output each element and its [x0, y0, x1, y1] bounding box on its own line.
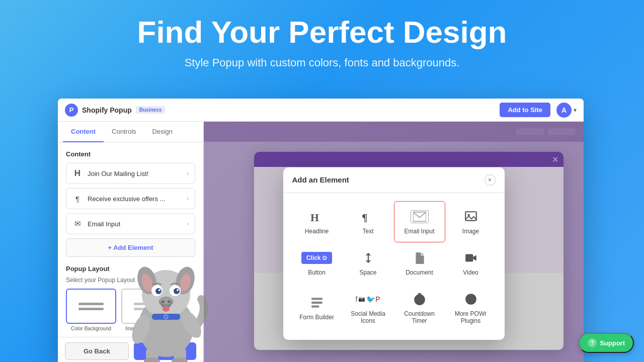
svg-point-20 [158, 289, 160, 291]
email-input-icon [411, 209, 429, 225]
modal-item-email-input[interactable]: Email Input [394, 201, 445, 242]
svg-point-25 [168, 301, 171, 303]
svg-point-9 [470, 301, 471, 302]
list-item[interactable]: ¶ Receive exclusive offers ... › [66, 188, 195, 209]
svg-text:H: H [310, 211, 319, 223]
hero-title: Find Your Perfect Design [10, 15, 634, 49]
more-powr-icon [464, 291, 477, 307]
add-element-modal: Add an Element × H Headline [283, 167, 505, 340]
svg-rect-4 [311, 298, 323, 300]
headline-icon: H [72, 168, 83, 178]
headline-icon: H [310, 209, 324, 225]
tab-bar: Content Controls Design [58, 122, 203, 142]
go-back-button[interactable]: Go Back [65, 342, 129, 360]
space-label: Space [359, 269, 376, 276]
form-builder-icon [310, 295, 324, 311]
modal-item-space[interactable]: Space [343, 242, 394, 284]
svg-rect-6 [311, 305, 319, 307]
modal-item-button[interactable]: Click ⊙ Button [291, 242, 343, 284]
account-chevron-icon[interactable]: ▾ [574, 107, 577, 114]
modal-item-headline[interactable]: H Headline [291, 201, 343, 242]
space-icon [362, 250, 375, 266]
svg-rect-5 [311, 301, 323, 303]
dog-mascot [121, 251, 211, 362]
hero-section: Find Your Perfect Design Style Popup wit… [0, 0, 644, 79]
svg-text:¶: ¶ [362, 211, 368, 223]
item-chevron-icon: › [187, 170, 189, 177]
layout-col-1: Color Background [66, 289, 116, 331]
app-title: Shopify Popup [82, 106, 132, 114]
document-label: Document [406, 269, 433, 276]
modal-item-social-media[interactable]: f 📷 🐦 P Social Media Icons [343, 284, 394, 332]
text-label: Text [362, 228, 373, 235]
modal-header: Add an Element × [283, 167, 505, 193]
svg-rect-2 [465, 212, 476, 220]
countdown-label: Countdown Timer [398, 310, 441, 324]
headline-label: Headline [305, 228, 329, 235]
top-bar: P Shopify Popup Business Add to Site A ▾ [58, 99, 584, 122]
document-icon [413, 250, 426, 266]
list-item[interactable]: H Join Our Mailing List! › [66, 163, 195, 184]
email-input-label: Email Input [404, 228, 434, 235]
support-button[interactable]: ? Support [579, 333, 634, 353]
svg-point-21 [177, 289, 179, 291]
svg-point-26 [163, 307, 170, 312]
text-icon: ¶ [362, 209, 375, 225]
svg-point-19 [174, 288, 180, 294]
image-label: Image [462, 228, 479, 235]
button-icon: Click ⊙ [301, 250, 333, 266]
modal-item-form-builder[interactable]: Form Builder [291, 284, 343, 332]
item-chevron-icon: › [187, 195, 189, 202]
paragraph-icon: ¶ [72, 194, 83, 204]
modal-close-button[interactable]: × [485, 174, 496, 186]
social-media-label: Social Media Icons [347, 310, 389, 324]
social-media-icon: f 📷 🐦 P [355, 291, 380, 307]
app-logo: P [65, 104, 78, 117]
svg-point-24 [162, 301, 165, 303]
preview-area: ✕ ist! ht to your [204, 122, 584, 362]
button-label: Button [308, 269, 326, 276]
add-to-site-button[interactable]: Add to Site [500, 103, 550, 117]
form-builder-label: Form Builder [299, 314, 334, 321]
svg-point-23 [160, 297, 172, 304]
modal-item-image[interactable]: Image [445, 201, 497, 242]
color-bg-label: Color Background [71, 326, 111, 331]
support-label: Support [600, 339, 625, 347]
tab-design[interactable]: Design [144, 122, 181, 142]
business-badge: Business [136, 106, 165, 114]
tab-controls[interactable]: Controls [104, 122, 144, 142]
item-label-3: Email Input [88, 220, 187, 228]
more-powr-label: More POWr Plugins [450, 310, 492, 324]
support-icon: ? [588, 338, 597, 347]
avatar: A [556, 103, 572, 118]
content-section-label: Content [66, 150, 195, 158]
modal-item-video[interactable]: Video [445, 242, 497, 284]
video-label: Video [463, 269, 478, 276]
image-icon [464, 209, 477, 225]
modal-grid: H Headline ¶ Text [283, 193, 505, 340]
countdown-icon [413, 291, 426, 307]
modal-item-text[interactable]: ¶ Text [343, 201, 394, 242]
modal-item-document[interactable]: Document [394, 242, 445, 284]
list-item[interactable]: ✉ Email Input › [66, 213, 195, 234]
item-label-2: Receive exclusive offers ... [88, 195, 187, 203]
modal-item-countdown[interactable]: Countdown Timer [394, 284, 445, 332]
modal-overlay[interactable]: Add an Element × H Headline [204, 122, 584, 362]
tab-content[interactable]: Content [63, 122, 104, 142]
svg-point-18 [155, 288, 162, 294]
color-background-option[interactable] [66, 289, 116, 324]
modal-title: Add an Element [292, 175, 349, 184]
svg-point-29 [165, 315, 168, 318]
video-icon [464, 250, 477, 266]
modal-item-more-powr[interactable]: More POWr Plugins [445, 284, 497, 332]
hero-subtitle: Style Popup with custom colors, fonts an… [10, 56, 634, 69]
item-label-1: Join Our Mailing List! [88, 170, 187, 177]
item-chevron-icon: › [187, 220, 189, 227]
email-icon: ✉ [72, 219, 83, 229]
